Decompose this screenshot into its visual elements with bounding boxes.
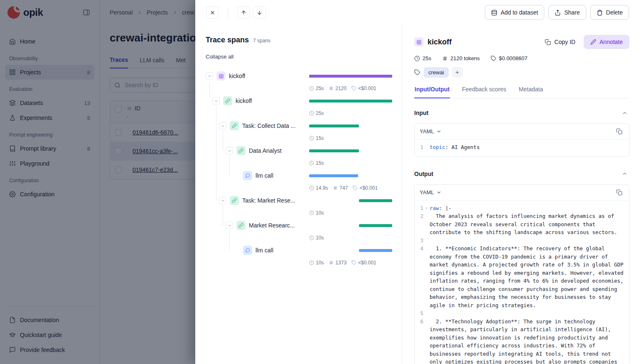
add-to-dataset-button[interactable]: Add to dataset [485, 5, 544, 20]
clock-icon [309, 111, 314, 116]
overlay-actions: Add to dataset Share Delete [485, 5, 629, 20]
chevron-down-icon[interactable] [206, 72, 213, 80]
chevron-down-icon[interactable] [226, 222, 233, 229]
input-section-title: Input [414, 110, 428, 116]
trace-icon [216, 71, 226, 81]
chevron-up-icon[interactable] [620, 169, 629, 178]
tree-guide-line [223, 131, 223, 151]
hash-icon [329, 260, 334, 265]
chevron-down-icon [436, 129, 442, 134]
tab-metadata[interactable]: Metadata [519, 86, 543, 98]
copy-code-button[interactable] [614, 127, 624, 136]
tab-input-output[interactable]: Input/Output [414, 86, 450, 98]
chevron-down-icon[interactable] [219, 197, 226, 204]
format-select[interactable]: YAML [420, 128, 442, 134]
input-card: YAML 1 topic: AI Agents [414, 123, 629, 157]
tag-chip-crewai[interactable]: crewai [424, 67, 449, 78]
format-select[interactable]: YAML [420, 189, 442, 195]
close-button[interactable] [206, 6, 219, 19]
output-section-header[interactable]: Output [414, 168, 629, 180]
hash-icon [329, 86, 334, 91]
spans-panel-title: Trace spans 7 spans [206, 36, 392, 44]
clock-icon [309, 136, 314, 141]
cost-stat: <$0.001 [351, 86, 376, 91]
span-row-kickoff[interactable]: kickoff 25s [206, 94, 392, 119]
copy-icon [616, 128, 622, 134]
spans-tree: kickoff 25s 2120 <$0.001 [206, 69, 392, 268]
format-label: YAML [420, 189, 434, 195]
annotate-button[interactable]: Annotate [584, 35, 629, 49]
duration-stat: 15s [309, 135, 324, 141]
chevron-down-icon[interactable] [219, 122, 226, 129]
copy-code-button[interactable] [614, 188, 624, 197]
duration-stat: 25s [309, 86, 324, 91]
link-icon [230, 196, 239, 205]
chevron-down-icon[interactable] [226, 147, 233, 154]
hash-icon [333, 186, 338, 191]
add-tag-button[interactable] [452, 67, 463, 78]
clock-icon [309, 260, 314, 265]
link-icon [236, 146, 246, 155]
tokens-stat: 747 [333, 185, 348, 191]
add-to-dataset-label: Add to dataset [501, 9, 538, 16]
toolbar-divider [228, 7, 228, 17]
line-number: 4 [418, 244, 423, 309]
copy-id-button[interactable]: Copy ID [542, 38, 578, 46]
code-line: 4 1. **Economic Indicators**: The recove… [418, 244, 626, 309]
plus-icon [455, 70, 460, 75]
copy-id-label: Copy ID [554, 39, 575, 45]
output-section-title: Output [414, 171, 433, 177]
tag-icon [353, 186, 358, 191]
llm-call-icon [243, 246, 252, 255]
span-row-data-analyst[interactable]: Data Analyst 15s [206, 144, 392, 169]
duration-bar [309, 149, 359, 152]
tags-row: crewai [414, 67, 629, 78]
overlay-toolbar: Add to dataset Share Delete [195, 0, 639, 25]
collapse-all-button[interactable]: Collapse all [206, 54, 233, 60]
tree-guide-line [216, 106, 216, 200]
duration-stat: 10s [309, 235, 324, 241]
fold-chevron-icon[interactable] [423, 204, 430, 213]
duration-stat: 10s [309, 210, 324, 216]
duration-bar [309, 100, 392, 103]
tag-icon [414, 69, 420, 76]
span-row-task-market-research[interactable]: Task: Market Rese... 10s [206, 193, 392, 218]
span-row-market-researcher[interactable]: Market Researc... 10s [206, 218, 392, 243]
pen-icon [590, 39, 596, 45]
tokens-stat: 2120 [329, 86, 347, 91]
close-icon [209, 10, 216, 16]
cost-stat: <$0.001 [351, 260, 376, 266]
share-icon [555, 10, 561, 16]
format-label: YAML [420, 128, 434, 134]
output-section: Output YAML [414, 168, 629, 364]
code-line: 1 raw: |- [418, 204, 626, 213]
input-section-header[interactable]: Input [414, 107, 629, 119]
arrow-up-icon [241, 10, 247, 16]
previous-trace-button[interactable] [237, 6, 250, 19]
span-row-task-collect-data[interactable]: Task: Collect Data ... 15s [206, 119, 392, 144]
share-label: Share [564, 9, 580, 16]
llm-call-icon [243, 171, 252, 180]
spans-count: 7 spans [253, 38, 270, 44]
next-trace-button[interactable] [253, 6, 265, 19]
span-row-kickoff-trace[interactable]: kickoff 25s 2120 <$0.001 [206, 69, 392, 94]
span-row-llm-call[interactable]: llm call 14.9s 747 <$0.001 [206, 169, 392, 193]
duration-bar [359, 249, 392, 252]
duration-bar [309, 174, 358, 177]
tree-guide-line [223, 206, 223, 225]
chevron-down-icon[interactable] [212, 97, 220, 105]
share-button[interactable]: Share [548, 5, 586, 20]
delete-label: Delete [606, 9, 623, 16]
span-row-llm-call[interactable]: llm call 10s 1373 <$0.001 [206, 243, 392, 268]
tab-feedback-scores[interactable]: Feedback scores [462, 86, 507, 98]
modal-scrim[interactable] [0, 0, 195, 364]
code-line: 2 The analysis of factors influencing ma… [418, 212, 626, 237]
database-icon [491, 10, 497, 16]
delete-button[interactable]: Delete [590, 5, 629, 20]
trace-icon [414, 37, 423, 46]
line-number: 3 [418, 237, 423, 245]
input-code: 1 topic: AI Agents [415, 139, 629, 156]
hash-icon [442, 56, 448, 61]
tag-icon [351, 260, 356, 265]
chevron-up-icon[interactable] [620, 108, 629, 118]
